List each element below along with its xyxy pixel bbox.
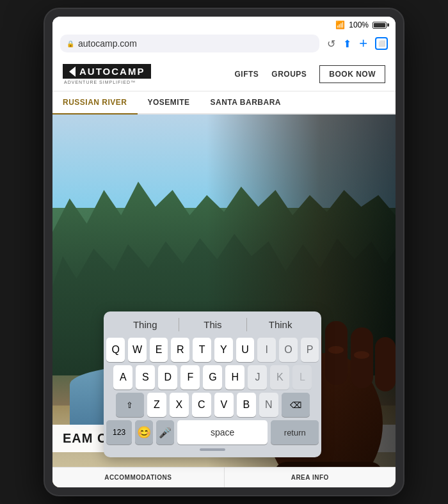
key-a[interactable]: A <box>113 365 132 390</box>
tab-santa-barbara[interactable]: SANTA BARBARA <box>200 91 292 113</box>
lock-icon: 🔒 <box>67 40 74 47</box>
key-j[interactable]: J <box>248 365 267 390</box>
tab-switcher-button[interactable]: ⬜ <box>375 37 388 50</box>
svg-point-9 <box>328 346 344 354</box>
reload-button[interactable]: ↺ <box>327 38 335 50</box>
site-nav: AUTOCAMP ADVENTURE SIMPLIFIED™ GIFTS GRO… <box>52 58 396 91</box>
key-u[interactable]: U <box>236 338 255 362</box>
tab-russian-river[interactable]: RUSSIAN RIVER <box>52 91 138 114</box>
key-r[interactable]: R <box>171 338 189 362</box>
autocomplete-bar: Thing This Think <box>106 315 319 335</box>
book-now-button[interactable]: BOOK NOW <box>319 65 385 83</box>
key-y[interactable]: Y <box>214 338 233 362</box>
wifi-icon: 📶 <box>335 20 345 29</box>
key-x[interactable]: X <box>170 393 189 417</box>
key-w[interactable]: W <box>128 338 147 362</box>
key-i[interactable]: I <box>257 338 276 362</box>
hero-area: Thing This Think Q W E R T Y U I O P <box>52 114 396 487</box>
logo-badge: AUTOCAMP <box>63 64 151 79</box>
logo-tagline: ADVENTURE SIMPLIFIED™ <box>63 80 151 84</box>
keyboard-row-1: Q W E R T Y U I O P <box>106 338 319 362</box>
shift-key[interactable]: ⇧ <box>116 393 144 417</box>
key-z[interactable]: Z <box>147 393 166 417</box>
add-tab-button[interactable]: + <box>359 35 367 52</box>
svg-rect-6 <box>375 337 396 391</box>
key-n[interactable]: N <box>259 393 278 417</box>
key-g[interactable]: G <box>203 365 222 390</box>
key-v[interactable]: V <box>214 393 234 417</box>
return-key[interactable]: return <box>271 420 319 445</box>
tab-area-info[interactable]: AREA INFO <box>225 468 396 487</box>
ipad-device: 📶 100% 🔒 autocamp.com ↺ ⬆ + ⬜ <box>45 9 403 495</box>
tab-accommodations[interactable]: ACCOMMODATIONS <box>52 468 225 487</box>
key-t[interactable]: T <box>193 338 211 362</box>
status-bar: 📶 100% <box>52 17 396 32</box>
location-tabs: RUSSIAN RIVER YOSEMITE SANTA BARBARA <box>52 91 396 114</box>
keyboard[interactable]: Thing This Think Q W E R T Y U I O P <box>104 311 321 457</box>
key-f[interactable]: F <box>180 365 200 390</box>
space-key[interactable]: space <box>177 420 268 445</box>
logo-arrow-icon <box>69 67 76 77</box>
url-bar: 🔒 autocamp.com ↺ ⬆ + ⬜ <box>52 32 396 58</box>
delete-key[interactable]: ⌫ <box>282 393 310 417</box>
url-field[interactable]: 🔒 autocamp.com <box>60 35 319 52</box>
svg-point-10 <box>354 351 369 359</box>
keyboard-handle <box>200 448 225 451</box>
ipad-screen: 📶 100% 🔒 autocamp.com ↺ ⬆ + ⬜ <box>52 17 396 487</box>
url-text: autocamp.com <box>78 38 137 49</box>
keyboard-row-2: A S D F G H J K L <box>106 365 319 390</box>
key-o[interactable]: O <box>279 338 298 362</box>
keyboard-row-3: ⇧ Z X C V B N ⌫ <box>106 393 319 417</box>
nav-links: GIFTS GROUPS BOOK NOW <box>234 65 385 83</box>
key-h[interactable]: H <box>225 365 244 390</box>
key-q[interactable]: Q <box>106 338 125 362</box>
key-l[interactable]: L <box>292 365 312 390</box>
nav-link-groups[interactable]: GROUPS <box>271 70 307 79</box>
key-k[interactable]: K <box>270 365 289 390</box>
mic-key[interactable]: 🎤 <box>156 420 174 445</box>
autocomplete-this[interactable]: This <box>179 318 247 331</box>
logo-text: AUTOCAMP <box>79 66 145 77</box>
emoji-key[interactable]: 😊 <box>135 420 153 445</box>
nav-link-gifts[interactable]: GIFTS <box>234 70 259 79</box>
numbers-key[interactable]: 123 <box>106 420 131 445</box>
autocomplete-thing[interactable]: Thing <box>111 318 179 331</box>
key-c[interactable]: C <box>192 393 211 417</box>
key-s[interactable]: S <box>136 365 155 390</box>
key-b[interactable]: B <box>237 393 256 417</box>
share-button[interactable]: ⬆ <box>343 38 351 50</box>
battery-icon <box>372 22 387 29</box>
keyboard-row-4: 123 😊 🎤 space return <box>106 420 319 445</box>
logo-area: AUTOCAMP ADVENTURE SIMPLIFIED™ <box>63 64 151 84</box>
autocomplete-think[interactable]: Think <box>247 318 314 331</box>
key-d[interactable]: D <box>158 365 177 390</box>
tab-yosemite[interactable]: YOSEMITE <box>138 91 200 113</box>
bottom-nav: ACCOMMODATIONS AREA INFO <box>52 467 396 487</box>
battery-percent: 100% <box>349 20 369 29</box>
key-e[interactable]: E <box>150 338 168 362</box>
key-p[interactable]: P <box>301 338 319 362</box>
